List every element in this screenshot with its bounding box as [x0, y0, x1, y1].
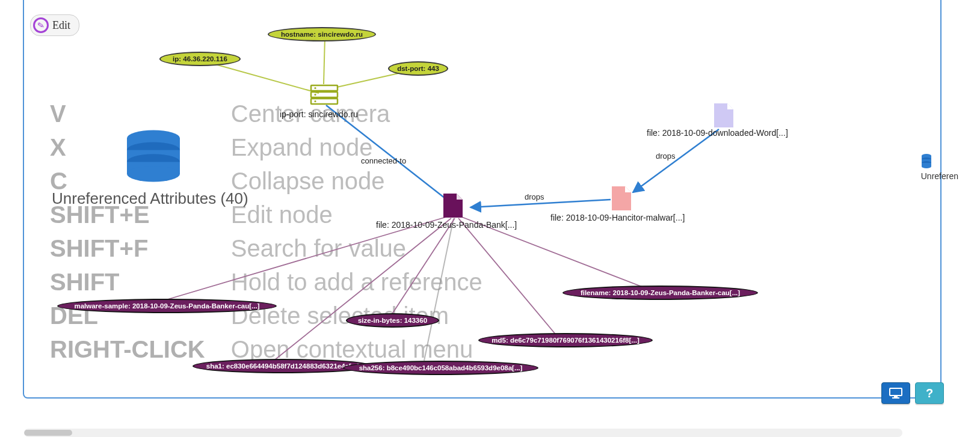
help-button[interactable]: ? [915, 382, 944, 404]
attr-size[interactable]: size-in-bytes: 143360 [346, 313, 439, 328]
unreferenced-side-panel[interactable]: Unreferen [921, 153, 958, 181]
attr-dst-port[interactable]: dst-port: 443 [388, 61, 448, 76]
svg-rect-34 [892, 397, 899, 399]
ip-port-label: ip-port: sincirewdo.ru [280, 109, 358, 119]
svg-line-8 [324, 37, 325, 84]
svg-point-23 [314, 94, 316, 96]
svg-line-18 [458, 218, 556, 335]
hancitor-file-label: file: 2018-10-09-Hancitor-malwar[...] [550, 213, 685, 222]
edge-label-drops: drops [656, 151, 676, 160]
edge-label-connected-to: connected-to [361, 156, 406, 165]
svg-line-14 [274, 218, 451, 361]
attr-filename[interactable]: filename: 2018-10-09-Zeus-Panda-Banker-c… [562, 286, 758, 300]
svg-line-7 [205, 61, 319, 93]
horizontal-scrollbar[interactable] [24, 429, 902, 437]
graph-panel: ✎ Edit Unreferenced Attributes (40) VCen… [23, 0, 941, 399]
monitor-icon [889, 388, 902, 399]
display-button[interactable] [881, 382, 910, 404]
attr-md5[interactable]: md5: de6c79c71980f769076f1361430216f8[..… [478, 333, 653, 347]
svg-rect-33 [894, 396, 898, 397]
svg-rect-32 [890, 388, 902, 396]
attr-ip[interactable]: ip: 46.36.220.116 [159, 52, 241, 66]
unreferenced-side-label: Unreferen [921, 171, 958, 181]
word-file-label: file: 2018-10-09-downloaded-Word[...] [647, 128, 788, 138]
attr-sha256[interactable]: sha256: b8ce490bc146c058abad4b6593d9e08a… [343, 361, 538, 375]
zeus-file-node[interactable] [442, 192, 464, 221]
hancitor-file-node[interactable] [611, 185, 632, 214]
help-icon: ? [926, 387, 933, 400]
svg-point-24 [314, 100, 316, 102]
word-file-node[interactable] [713, 102, 735, 131]
scrollbar-thumb[interactable] [24, 430, 72, 436]
zeus-file-label: file: 2018-10-09-Zeus-Panda-Bank[...] [376, 220, 517, 230]
svg-line-10 [326, 105, 445, 198]
edge-label-drops: drops [525, 192, 544, 201]
database-icon [921, 153, 932, 169]
ip-port-node[interactable] [310, 84, 339, 108]
svg-line-15 [424, 218, 454, 361]
svg-line-16 [391, 218, 455, 316]
svg-line-11 [633, 129, 719, 192]
svg-point-31 [922, 165, 931, 168]
attr-hostname[interactable]: hostname: sincirewdo.ru [268, 27, 376, 41]
attr-malware-sample[interactable]: malware-sample: 2018-10-09-Zeus-Panda-Ba… [57, 299, 277, 313]
svg-point-22 [314, 87, 316, 89]
